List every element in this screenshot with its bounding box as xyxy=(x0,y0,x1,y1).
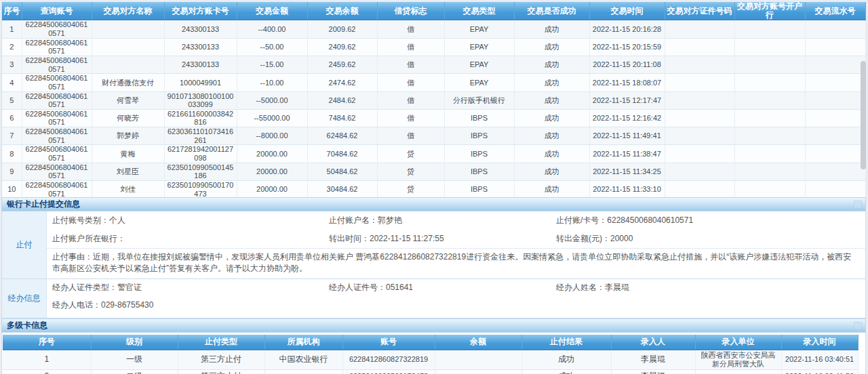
cell: 2022-11-15 12:16:42 xyxy=(589,109,665,127)
cell: 2409.62 xyxy=(307,38,377,56)
cell xyxy=(695,369,781,374)
column-header: 交易流水号 xyxy=(805,2,865,20)
transfer-out-amount: 转出金额(元)：20000 xyxy=(556,233,865,245)
transactions-header-row: 序号查询账号交易对方名称交易对方账卡号交易金额交易余额借贷标志交易类型交易是否成… xyxy=(2,2,865,20)
cell: EPAY xyxy=(444,20,514,38)
cell: 1 xyxy=(3,350,91,369)
cell xyxy=(665,180,734,198)
column-header: 交易对方账卡号 xyxy=(164,2,237,20)
cell: 2022-11-16 03:40:51 xyxy=(781,350,858,369)
cell: --400.00 xyxy=(237,20,307,38)
cell: 6228450068040610571 xyxy=(22,127,92,145)
zhifu-field-row: 止付账号类别：个人 止付账户名：郭梦艳 止付账/卡号：6228450068040… xyxy=(47,211,865,230)
cell: 成功 xyxy=(514,74,589,91)
transactions-panel: 序号查询账号交易对方名称交易对方账卡号交易金额交易余额借贷标志交易类型交易是否成… xyxy=(1,1,866,217)
cell xyxy=(734,20,805,38)
cell: 借 xyxy=(377,20,444,38)
cell xyxy=(734,74,805,91)
cell: 2022-11-15 12:17:47 xyxy=(589,91,665,109)
vertical-scrollbar[interactable] xyxy=(861,61,866,169)
cell: IBPS xyxy=(444,180,514,198)
transactions-table: 序号查询账号交易对方名称交易对方账卡号交易金额交易余额借贷标志交易类型交易是否成… xyxy=(2,2,866,199)
cell: 借 xyxy=(377,91,444,109)
cell: 陕西省西安市公安局高新分局刑警大队 xyxy=(695,350,781,369)
table-row[interactable]: 96228450068040610571刘星臣62350109905001451… xyxy=(2,163,865,180)
stop-payment-reason: 止付事由：近期，我单位在接报刘妮被骗警情中，发现涉案人员利用贵单位相关账户 曹鸿… xyxy=(47,248,865,278)
column-header: 交易金额 xyxy=(237,2,307,20)
cell: 借 xyxy=(377,74,444,91)
multi-card-section: 多级卡信息 序号级别止付类型所属机构账号余额止付结果录入人录入单位录入时间 1一… xyxy=(1,318,866,374)
table-row[interactable]: 56228450068040610571何雪琴90107130801001000… xyxy=(2,91,865,109)
multi-card-section-title: 多级卡信息 xyxy=(7,320,47,331)
table-row[interactable]: 2二级第三方止付6235010990500170473成功李晨琨2022-11-… xyxy=(3,369,858,374)
column-header: 借贷标志 xyxy=(377,2,444,20)
cell: --50.00 xyxy=(237,38,307,56)
cell: 20000.00 xyxy=(237,145,307,163)
cell: 2484.62 xyxy=(307,91,377,109)
table-row[interactable]: 76228450068040610571郭梦婷62303611010734162… xyxy=(2,127,865,145)
column-header: 交易对方账号开户行 xyxy=(734,2,805,20)
cell: --10.00 xyxy=(237,74,307,91)
column-header: 交易是否成功 xyxy=(514,2,589,20)
cell xyxy=(805,74,865,91)
cell: 成功 xyxy=(514,91,589,109)
cell xyxy=(665,91,734,109)
cell: 243300133 xyxy=(164,38,237,56)
column-header: 交易余额 xyxy=(307,2,377,20)
cell xyxy=(665,38,734,56)
cell xyxy=(665,163,734,180)
cell: 成功 xyxy=(514,20,589,38)
cell: 6228450068040610571 xyxy=(22,38,92,56)
column-header: 录入单位 xyxy=(695,335,781,350)
table-row[interactable]: 66228450068040610571何晓芳62166116000038428… xyxy=(2,109,865,127)
cell: 6228450068040610571 xyxy=(22,145,92,163)
column-header: 查询账号 xyxy=(22,2,92,20)
collapse-icon[interactable] xyxy=(854,322,862,330)
cell: 10 xyxy=(2,180,22,198)
cell xyxy=(665,145,734,163)
cell: 成功 xyxy=(514,38,589,56)
cell xyxy=(734,180,805,198)
cell xyxy=(734,127,805,145)
cell xyxy=(805,180,865,198)
column-header: 序号 xyxy=(2,2,22,20)
cell: --15.00 xyxy=(237,56,307,73)
cell: 6228450068040610571 xyxy=(22,56,92,73)
column-header: 交易时间 xyxy=(589,2,665,20)
table-row[interactable]: 16228450068040610571243300133--400.00200… xyxy=(2,20,865,38)
cell: --5000.00 xyxy=(237,91,307,109)
cell: 243300133 xyxy=(164,56,237,73)
zhifu-block: 止付 止付账号类别：个人 止付账户名：郭梦艳 止付账/卡号：6228450068… xyxy=(2,211,865,278)
cell: 借 xyxy=(377,109,444,127)
cell xyxy=(435,350,521,369)
cell: 30484.62 xyxy=(307,180,377,198)
cell: 9 xyxy=(2,163,22,180)
cell: 一级 xyxy=(91,350,178,369)
zhifu-label: 止付 xyxy=(2,211,47,278)
stop-card-number: 止付账/卡号：6228450068040610571 xyxy=(556,215,865,226)
table-row[interactable]: 106228450068040610571刘佳62350109905001704… xyxy=(2,180,865,198)
table-row[interactable]: 26228450068040610571243300133--50.002409… xyxy=(2,38,865,56)
table-row[interactable]: 36228450068040610571243300133--15.002459… xyxy=(2,56,865,73)
stop-account-name: 止付账户名：郭梦艳 xyxy=(329,215,556,226)
stop-payment-section-title: 银行卡止付提交信息 xyxy=(7,199,80,210)
collapse-icon[interactable] xyxy=(854,201,862,209)
cell: 何雪琴 xyxy=(92,91,164,109)
table-row[interactable]: 46228450068040610571财付通微信支付1000049901--1… xyxy=(2,74,865,91)
cell: EPAY xyxy=(444,74,514,91)
cell: 8 xyxy=(2,145,22,163)
cell: 成功 xyxy=(521,350,611,369)
cell: 成功 xyxy=(514,109,589,127)
cell: 刘星臣 xyxy=(92,163,164,180)
cell: 中国农业银行 xyxy=(264,350,342,369)
cell: 借 xyxy=(377,38,444,56)
table-row[interactable]: 1一级第三方止付中国农业银行6228412860827322819成功李晨琨陕西… xyxy=(3,350,858,369)
cell: 成功 xyxy=(514,180,589,198)
cell xyxy=(665,74,734,91)
table-row[interactable]: 86228450068040610571黄梅621728194200112709… xyxy=(2,145,865,163)
cell: 郭梦婷 xyxy=(92,127,164,145)
cell: 20000.00 xyxy=(237,163,307,180)
cell: 2022-11-15 11:34:25 xyxy=(589,163,665,180)
cell: 70484.62 xyxy=(307,145,377,163)
column-header: 录入时间 xyxy=(781,335,858,350)
